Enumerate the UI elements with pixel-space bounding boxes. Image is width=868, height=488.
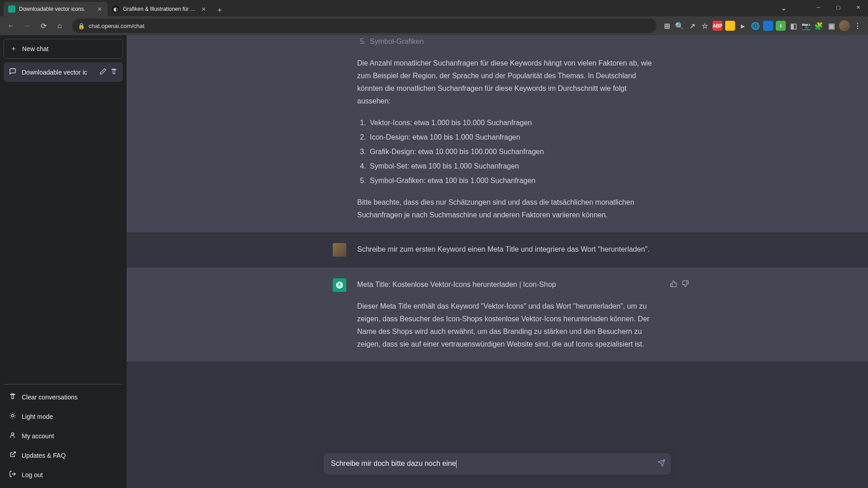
logout-icon	[9, 470, 16, 479]
message-content: Schreibe mir zum ersten Keyword einen Me…	[357, 243, 662, 257]
menu-icon[interactable]: ⋮	[853, 21, 863, 31]
sun-icon	[9, 412, 16, 421]
user-icon	[9, 432, 16, 440]
home-button[interactable]: ⌂	[52, 19, 67, 33]
account-label: My account	[22, 432, 54, 440]
favicon-icon: ◐	[112, 5, 119, 13]
star-icon[interactable]: ☆	[700, 21, 710, 31]
browser-chrome: Downloadable vector icons. ✕ ◐ Grafiken …	[0, 0, 868, 35]
plus-icon: ＋	[10, 45, 17, 53]
extension-icon[interactable]: ◧	[788, 21, 798, 31]
share-icon[interactable]: ↗	[687, 21, 697, 31]
lock-icon: 🔒	[78, 23, 85, 29]
logout-button[interactable]: Log out	[4, 465, 123, 484]
new-chat-label: New chat	[22, 45, 48, 52]
clear-label: Clear conversations	[22, 394, 78, 401]
list-item: Symbol-Grafiken: etwa 100 bis 1.000 Such…	[368, 174, 662, 187]
main-chat: Symbol-Grafiken Die Anzahl monatlicher S…	[127, 35, 868, 488]
extension-icon[interactable]: ▸	[738, 21, 748, 31]
profile-avatar[interactable]	[839, 20, 850, 31]
sidepanel-icon[interactable]: ▣	[826, 21, 836, 31]
user-message: Schreibe mir zum ersten Keyword einen Me…	[127, 232, 868, 267]
list-item: Vektor-Icons: etwa 1.000 bis 10.000 Such…	[368, 117, 662, 129]
window-maximize-button[interactable]: ▢	[828, 0, 848, 14]
send-button[interactable]	[657, 459, 665, 469]
window-minimize-button[interactable]: ─	[808, 0, 828, 14]
favicon-openai-icon	[8, 5, 15, 13]
input-area: Schreibe mir doch bitte dazu noch eine	[127, 453, 868, 488]
text-cursor-icon	[456, 460, 457, 468]
conversation-title: Downloadable vector ic	[22, 69, 94, 76]
list-item: Icon-Design: etwa 100 bis 1.000 Suchanfr…	[368, 131, 662, 144]
light-mode-button[interactable]: Light mode	[4, 407, 123, 426]
url-text: chat.openai.com/chat	[89, 23, 651, 29]
user-avatar	[333, 243, 346, 257]
adblock-icon[interactable]: ABP	[712, 21, 722, 31]
extension-icon[interactable]	[763, 21, 773, 31]
download-icon[interactable]: ⬇	[776, 21, 786, 31]
ai-message: Meta Title: Kostenlose Vektor-Icons heru…	[127, 267, 868, 361]
chat-input[interactable]: Schreibe mir doch bitte dazu noch eine	[324, 453, 671, 474]
zoom-icon[interactable]: 🔍	[675, 21, 684, 31]
browser-tab-1[interactable]: ◐ Grafiken & Illustrationen für Vekt ✕	[108, 2, 212, 16]
camera-icon[interactable]: 📷	[801, 21, 811, 31]
tab-dropdown-icon[interactable]: ⌄	[781, 4, 787, 12]
svg-point-0	[11, 414, 14, 417]
external-link-icon	[9, 451, 16, 460]
trash-icon	[9, 393, 16, 401]
paragraph: Bitte beachte, dass dies nur Schätzungen…	[357, 196, 662, 221]
trash-icon[interactable]	[110, 68, 118, 76]
browser-nav-bar: ← → ⟳ ⌂ 🔒 chat.openai.com/chat ⊞ 🔍 ↗ ☆ A…	[0, 16, 868, 35]
list-item: Symbol-Set: etwa 100 bis 1.000 Suchanfra…	[368, 160, 662, 173]
message-content: Symbol-Grafiken Die Anzahl monatlicher S…	[357, 35, 662, 221]
thumbs-up-icon[interactable]	[670, 280, 677, 289]
list-item: Grafik-Design: etwa 10.000 bis 100.000 S…	[368, 145, 662, 158]
tab-title: Grafiken & Illustrationen für Vekt	[123, 6, 196, 12]
tab-close-icon[interactable]: ✕	[96, 5, 103, 13]
svg-point-1	[11, 433, 14, 435]
input-value: Schreibe mir doch bitte dazu noch eine	[331, 460, 456, 467]
chat-scroll[interactable]: Symbol-Grafiken Die Anzahl monatlicher S…	[127, 35, 868, 488]
sidebar: ＋ New chat Downloadable vector ic	[0, 35, 127, 488]
tab-title: Downloadable vector icons.	[19, 6, 92, 12]
conversation-item[interactable]: Downloadable vector ic	[4, 62, 123, 82]
paragraph: Die Anzahl monatlicher Suchanfragen für …	[357, 57, 662, 108]
my-account-button[interactable]: My account	[4, 426, 123, 446]
app: ＋ New chat Downloadable vector ic	[0, 35, 868, 488]
new-chat-button[interactable]: ＋ New chat	[4, 39, 123, 59]
user-text: Schreibe mir zum ersten Keyword einen Me…	[357, 243, 662, 256]
translate-icon[interactable]: ⊞	[662, 21, 672, 31]
clear-conversations-button[interactable]: Clear conversations	[4, 387, 123, 407]
meta-title-line: Meta Title: Kostenlose Vektor-Icons heru…	[357, 278, 662, 291]
tab-close-icon[interactable]: ✕	[200, 5, 207, 13]
edit-icon[interactable]	[99, 68, 107, 76]
reload-button[interactable]: ⟳	[36, 19, 51, 33]
light-mode-label: Light mode	[22, 413, 53, 420]
url-bar[interactable]: 🔒 chat.openai.com/chat	[72, 19, 656, 33]
chat-icon	[9, 68, 16, 76]
puzzle-icon[interactable]: 🧩	[814, 21, 824, 31]
new-tab-button[interactable]: ＋	[213, 4, 226, 16]
message-content: Meta Title: Kostenlose Vektor-Icons heru…	[357, 278, 662, 351]
extension-icons: ⊞ 🔍 ↗ ☆ ABP ▸ 🌐 ⬇ ◧ 📷 🧩 ▣ ⋮	[662, 20, 864, 31]
thumbs-down-icon[interactable]	[682, 280, 689, 289]
paragraph: Dieser Meta Title enthält das Keyword "V…	[357, 300, 662, 351]
updates-label: Updates & FAQ	[22, 452, 66, 459]
tab-bar: Downloadable vector icons. ✕ ◐ Grafiken …	[0, 0, 868, 16]
back-button[interactable]: ←	[4, 19, 18, 33]
sidebar-footer: Clear conversations Light mode My accoun…	[4, 384, 123, 484]
forward-button[interactable]: →	[20, 19, 34, 33]
extension-icon[interactable]	[725, 21, 735, 31]
logout-label: Log out	[22, 471, 43, 479]
list-item: Symbol-Grafiken	[368, 35, 662, 48]
message-feedback	[670, 280, 689, 289]
ai-avatar	[333, 278, 346, 292]
globe-icon[interactable]: 🌐	[750, 21, 760, 31]
browser-tab-0[interactable]: Downloadable vector icons. ✕	[4, 2, 108, 16]
ai-message: Symbol-Grafiken Die Anzahl monatlicher S…	[127, 35, 868, 232]
updates-faq-button[interactable]: Updates & FAQ	[4, 446, 123, 465]
window-close-button[interactable]: ✕	[848, 0, 868, 14]
